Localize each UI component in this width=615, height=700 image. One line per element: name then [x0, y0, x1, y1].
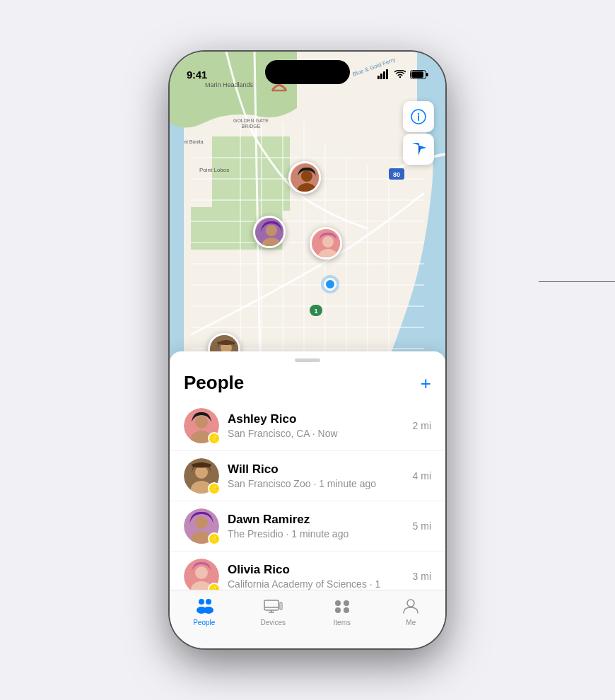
- svg-text:nt Bonita: nt Bonita: [184, 139, 204, 144]
- person-avatar-olivia: ⭐: [184, 559, 219, 594]
- me-tab-icon: [401, 596, 421, 616]
- svg-rect-2: [383, 71, 385, 79]
- devices-tab-icon: [263, 596, 283, 616]
- person-distance-dawn: 5 mi: [413, 520, 431, 532]
- callout: Tap to share your location.: [539, 276, 615, 288]
- items-tab-icon: [332, 596, 352, 616]
- person-distance-ashley: 2 mi: [413, 420, 431, 431]
- svg-rect-78: [280, 602, 282, 609]
- panel-title: People: [184, 372, 244, 394]
- svg-text:GOLDEN GATE: GOLDEN GATE: [233, 118, 269, 123]
- svg-rect-6: [411, 71, 423, 78]
- location-button[interactable]: [403, 134, 434, 165]
- panel-header: People +: [170, 362, 445, 401]
- star-badge-dawn: ⭐: [208, 532, 221, 545]
- svg-point-83: [407, 600, 414, 607]
- person-info-dawn: Dawn Ramirez The Presidio · 1 minute ago: [219, 513, 413, 539]
- svg-text:80: 80: [393, 171, 400, 178]
- tab-items[interactable]: Items: [308, 596, 377, 626]
- info-button[interactable]: [403, 101, 434, 132]
- person-item-dawn[interactable]: ⭐ Dawn Ramirez The Presidio · 1 minute a…: [170, 501, 445, 552]
- status-icons: [377, 69, 428, 79]
- phone-screen: 9:41: [170, 52, 445, 648]
- person-info-olivia: Olivia Rico California Academy of Scienc…: [219, 563, 413, 590]
- user-location-dot: [324, 278, 336, 291]
- star-badge-ashley: ⭐: [208, 432, 221, 445]
- person-item-will[interactable]: ⭐ Will Rico San Francisco Zoo · 1 minute…: [170, 451, 445, 501]
- svg-point-72: [206, 599, 211, 605]
- svg-point-42: [301, 170, 312, 182]
- callout-line: [539, 281, 615, 282]
- svg-rect-5: [426, 73, 428, 76]
- scene: Tap to share your location. 9:41: [0, 0, 615, 700]
- tab-devices-label: Devices: [260, 619, 286, 626]
- svg-point-50: [217, 341, 235, 345]
- tab-me[interactable]: Me: [377, 596, 446, 626]
- svg-point-61: [195, 466, 208, 479]
- phone-frame: 9:41: [170, 52, 445, 648]
- svg-text:Point Lobos: Point Lobos: [199, 167, 229, 173]
- svg-point-52: [322, 236, 334, 247]
- svg-point-73: [204, 607, 213, 614]
- svg-point-82: [344, 607, 349, 613]
- map-pin-dawn[interactable]: [253, 216, 286, 248]
- person-location: California Academy of Sciences · 1: [228, 578, 413, 590]
- tab-people[interactable]: People: [170, 596, 239, 626]
- person-location: The Presidio · 1 minute ago: [228, 528, 413, 539]
- svg-point-80: [344, 600, 349, 606]
- tab-people-label: People: [193, 619, 215, 626]
- tab-items-label: Items: [334, 619, 351, 626]
- star-badge-will: ⭐: [208, 482, 221, 495]
- person-distance-olivia: 3 mi: [413, 571, 431, 582]
- person-avatar-ashley: ⭐: [184, 408, 219, 443]
- tab-devices[interactable]: Devices: [239, 596, 308, 626]
- person-location: San Francisco, CA · Now: [228, 428, 413, 439]
- add-person-button[interactable]: +: [421, 374, 431, 392]
- svg-rect-3: [386, 69, 388, 79]
- person-name: Will Rico: [228, 462, 413, 477]
- svg-point-65: [195, 516, 208, 529]
- svg-point-70: [199, 599, 204, 605]
- person-avatar-will: ⭐: [184, 458, 219, 494]
- svg-point-58: [195, 416, 208, 428]
- person-info-ashley: Ashley Rico San Francisco, CA · Now: [219, 412, 413, 439]
- svg-point-63: [192, 463, 211, 468]
- person-location: San Francisco Zoo · 1 minute ago: [228, 478, 413, 489]
- people-tab-icon: [194, 596, 214, 616]
- tab-me-label: Me: [406, 619, 416, 626]
- svg-point-79: [335, 600, 341, 606]
- map-pin-ashley[interactable]: [288, 161, 321, 194]
- map-buttons: [403, 101, 434, 165]
- signal-icon: [377, 69, 390, 79]
- svg-point-81: [335, 607, 341, 613]
- svg-text:BRIDGE: BRIDGE: [242, 124, 261, 129]
- person-name: Olivia Rico: [228, 563, 413, 577]
- svg-rect-74: [264, 600, 279, 610]
- svg-point-55: [418, 113, 419, 115]
- person-avatar-dawn: ⭐: [184, 508, 219, 544]
- svg-text:1: 1: [314, 308, 317, 315]
- svg-rect-0: [377, 76, 380, 79]
- svg-rect-1: [380, 74, 382, 79]
- person-item-ashley[interactable]: ⭐ Ashley Rico San Francisco, CA · Now 2 …: [170, 401, 445, 451]
- svg-point-68: [195, 566, 208, 579]
- battery-icon: [410, 70, 428, 79]
- people-list: ⭐ Ashley Rico San Francisco, CA · Now 2 …: [170, 401, 445, 601]
- status-time: 9:41: [187, 69, 207, 81]
- tab-bar: People Devices: [170, 590, 445, 648]
- person-info-will: Will Rico San Francisco Zoo · 1 minute a…: [219, 462, 413, 489]
- svg-point-45: [266, 225, 277, 236]
- person-name: Ashley Rico: [228, 412, 413, 426]
- notch: [265, 60, 350, 84]
- map-pin-olivia[interactable]: [310, 227, 342, 259]
- person-name: Dawn Ramirez: [228, 513, 413, 527]
- person-distance-will: 4 mi: [413, 470, 431, 482]
- wifi-icon: [394, 70, 406, 78]
